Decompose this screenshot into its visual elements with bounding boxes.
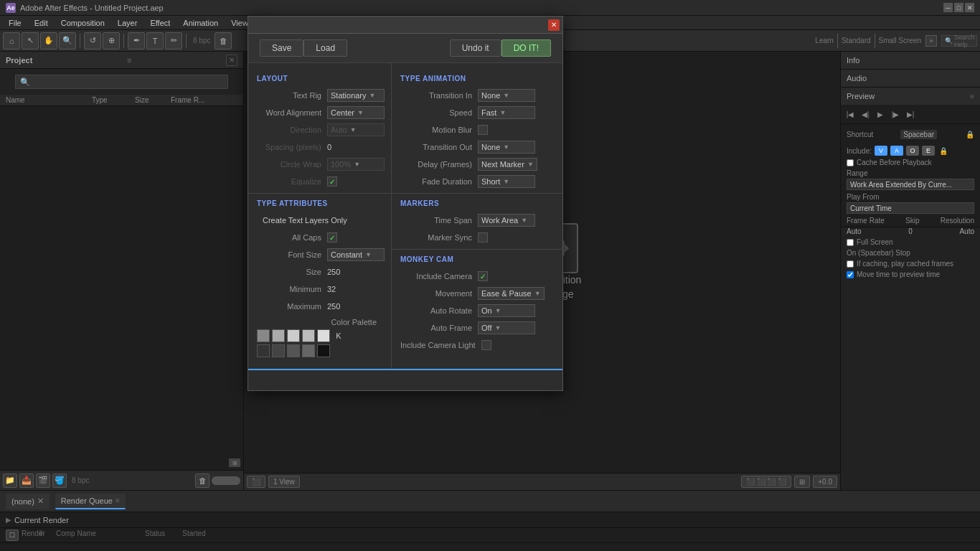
include-camera-light-check[interactable] (481, 340, 491, 350)
skip-to-start-btn[interactable]: |◀ (844, 108, 857, 121)
minimize-button[interactable]: ─ (943, 3, 953, 12)
paint-bucket-btn[interactable]: 🪣 (52, 474, 67, 488)
slider-control[interactable] (212, 476, 240, 485)
font-size-select[interactable]: Constant ▼ (327, 248, 385, 261)
doit-button[interactable]: DO IT! (501, 39, 551, 57)
preview-header[interactable]: Preview ≡ (841, 88, 980, 105)
auto-frame-select[interactable]: Off ▼ (478, 321, 535, 334)
text-rig-select[interactable]: Stationary ▼ (327, 89, 385, 102)
skip-to-end-btn[interactable]: ▶| (904, 108, 917, 121)
import-btn[interactable]: 📥 (19, 474, 34, 488)
all-caps-check[interactable]: ✓ (327, 232, 337, 242)
rotate-tool[interactable]: ↺ (84, 32, 101, 50)
motion-blur-check[interactable] (478, 125, 488, 135)
include-camera-check[interactable]: ✓ (478, 271, 488, 281)
pen-tool[interactable]: ✒ (128, 32, 145, 50)
if-caching-checkbox[interactable] (847, 260, 854, 268)
time-span-select[interactable]: Work Area ▼ (478, 214, 535, 227)
modal-close-button[interactable]: ✕ (548, 19, 560, 31)
search-box[interactable]: 🔍 Search Help (941, 35, 977, 47)
delay-frames-select[interactable]: Next Marker ▼ (478, 158, 537, 171)
swatch-9[interactable] (302, 344, 315, 357)
speed-select[interactable]: Fast ▼ (478, 106, 535, 119)
menu-composition[interactable]: Composition (55, 17, 110, 29)
select-tool[interactable]: ↖ (22, 32, 39, 50)
auto-rotate-select[interactable]: On ▼ (478, 304, 535, 317)
transition-in-select[interactable]: None ▼ (478, 89, 535, 102)
menu-edit[interactable]: Edit (29, 17, 54, 29)
swatch-4[interactable] (302, 329, 315, 342)
menu-file[interactable]: File (3, 17, 27, 29)
fullscreen-checkbox[interactable] (847, 239, 854, 246)
render-queue-menu-icon[interactable]: ≡ (116, 496, 120, 504)
movement-select[interactable]: Ease & Pause ▼ (478, 287, 545, 300)
play-btn[interactable]: ▶ (874, 108, 887, 121)
cache-checkbox[interactable] (847, 159, 854, 166)
home-tool[interactable]: ⌂ (3, 32, 20, 50)
project-close-btn[interactable]: ✕ (226, 55, 237, 66)
save-button[interactable]: Save (260, 39, 303, 57)
include-video-btn[interactable]: V (875, 146, 887, 156)
circle-wrap-select[interactable]: 100% ▼ (327, 158, 385, 171)
direction-select[interactable]: Auto ▼ (327, 123, 385, 136)
include-overlay-btn[interactable]: O (906, 146, 919, 156)
menu-animation[interactable]: Animation (177, 17, 224, 29)
expand-arrow[interactable]: ▶ (6, 516, 11, 524)
expand-view-btn[interactable]: ⬛ ⬛ ⬛ ⬛ (741, 476, 791, 488)
swatch-5[interactable] (317, 329, 330, 342)
trash-tool[interactable]: 🗑 (215, 32, 232, 50)
swatch-7[interactable] (272, 344, 285, 357)
bpc-bottom-label: 8 bpc (72, 476, 89, 484)
render-check[interactable]: ☐ (6, 529, 19, 541)
undo-button[interactable]: Undo it (450, 39, 501, 57)
swatch-10[interactable] (317, 344, 330, 357)
create-text-btn[interactable]: Create Text Layers Only (263, 216, 347, 225)
plus-btn[interactable]: +0.0 (813, 476, 837, 488)
grid-btn[interactable]: ⊞ (794, 476, 810, 488)
range-input-row (841, 179, 980, 192)
transition-out-select[interactable]: None ▼ (478, 141, 535, 154)
trash-bottom-btn[interactable]: 🗑 (195, 474, 209, 488)
render-queue-tab[interactable]: Render Queue ≡ (55, 494, 126, 509)
swatch-2[interactable] (272, 329, 285, 342)
play-from-input[interactable] (847, 202, 974, 214)
swatch-8[interactable] (287, 344, 300, 357)
render-queue-area: ▶ Current Render ☐ Render # Comp Name St… (0, 512, 980, 551)
anchor-tool[interactable]: ⊕ (103, 32, 120, 50)
expand-arrows-button[interactable]: » (925, 35, 937, 47)
none-tab-close[interactable]: ✕ (37, 496, 44, 506)
text-tool[interactable]: T (146, 32, 164, 50)
hand-tool[interactable]: ✋ (40, 32, 57, 50)
zoom-tool[interactable]: 🔍 (59, 32, 76, 50)
swatch-6[interactable] (257, 344, 270, 357)
none-tab[interactable]: (none) ✕ (6, 494, 50, 509)
step-forward-btn[interactable]: |▶ (889, 108, 902, 121)
view-label[interactable]: 1 View (268, 476, 300, 488)
composition-btn[interactable]: 🎬 (36, 474, 50, 488)
include-audio-btn[interactable]: A (890, 146, 903, 156)
range-input[interactable] (847, 179, 974, 190)
new-folder-btn[interactable]: 📁 (3, 474, 17, 488)
audio-header[interactable]: Audio (841, 70, 980, 87)
menu-layer[interactable]: Layer (112, 17, 143, 29)
paint-tool[interactable]: ✏ (165, 32, 182, 50)
project-search-input[interactable] (15, 75, 229, 89)
step-back-btn[interactable]: ◀| (859, 108, 872, 121)
load-button[interactable]: Load (303, 39, 347, 57)
menu-effect[interactable]: Effect (144, 17, 176, 29)
info-header[interactable]: Info (841, 52, 980, 69)
include-ext-btn[interactable]: E (922, 146, 935, 156)
move-time-checkbox[interactable] (847, 271, 854, 278)
type-attributes-section-title: TYPE ATTRIBUTES (248, 197, 391, 212)
word-alignment-select[interactable]: Center ▼ (327, 106, 385, 119)
project-menu-icon[interactable]: ≡ (127, 56, 131, 65)
marker-sync-check[interactable] (478, 232, 488, 242)
equalize-check[interactable]: ✓ (327, 176, 337, 187)
preview-menu-icon[interactable]: ≡ (970, 93, 974, 100)
swatch-1[interactable] (257, 329, 270, 342)
view-btn[interactable]: ⬛ (247, 476, 265, 488)
app-close-button[interactable]: ✕ (965, 3, 974, 12)
maximize-button[interactable]: □ (954, 3, 963, 12)
swatch-3[interactable] (287, 329, 300, 342)
fade-duration-select[interactable]: Short ▼ (478, 175, 535, 188)
